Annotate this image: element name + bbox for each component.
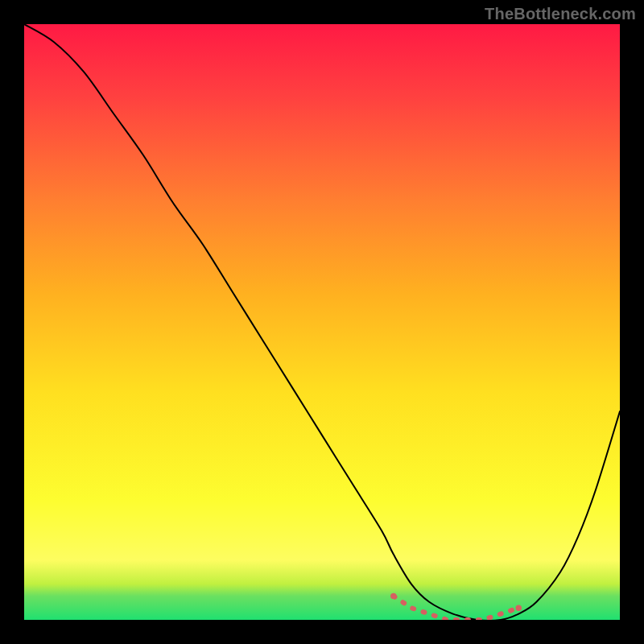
chart-canvas: TheBottleneck.com — [0, 0, 644, 644]
attribution-watermark: TheBottleneck.com — [485, 5, 636, 23]
bottleneck-curve — [24, 24, 620, 620]
valley-dot-endpoint — [390, 593, 397, 600]
curve-layer — [24, 24, 620, 620]
curve-svg — [24, 24, 620, 620]
valley-dots — [394, 596, 518, 620]
valley-dot-endpoint — [515, 605, 522, 611]
